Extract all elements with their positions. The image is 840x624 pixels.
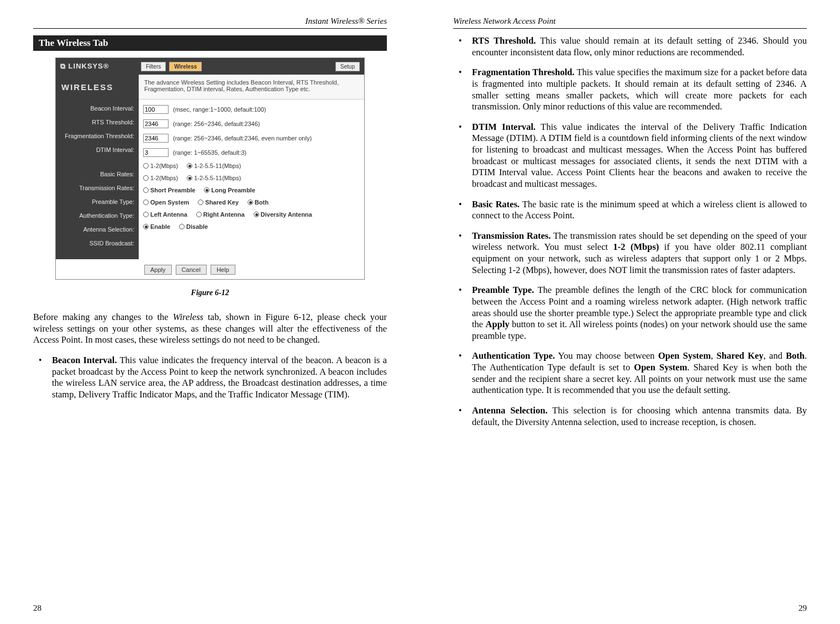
help-button[interactable]: Help xyxy=(211,265,235,275)
wireless-settings-screenshot: ⧉ LINKSYS® Filters Wireless Setup WIRELE… xyxy=(55,57,365,280)
cancel-button[interactable]: Cancel xyxy=(176,265,207,275)
beacon-hint: (msec, range:1~1000, default:100) xyxy=(173,106,266,113)
header-rule xyxy=(453,28,807,29)
beacon-input[interactable] xyxy=(143,105,169,114)
intro-paragraph: Before making any changes to the Wireles… xyxy=(33,312,387,346)
page-number-left: 28 xyxy=(33,604,387,613)
right-body-text: RTS Threshold. This value should remain … xyxy=(453,35,807,437)
tab-wireless[interactable]: Wireless xyxy=(169,62,202,71)
page-header-left: Instant Wireless® Series xyxy=(33,17,387,26)
bullet-frag: Fragmentation Threshold. This value spec… xyxy=(453,67,807,113)
label-preamble: Preamble Type: xyxy=(60,198,134,205)
preamble-short[interactable]: Short Preamble xyxy=(143,187,195,193)
label-basic: Basic Rates: xyxy=(60,171,134,177)
section-title: The Wireless Tab xyxy=(33,35,387,51)
header-rule xyxy=(33,28,387,29)
bullet-transmission-rates: Transmission Rates. The transmission rat… xyxy=(453,230,807,276)
apply-button[interactable]: Apply xyxy=(144,265,172,275)
trans-rate-1-2[interactable]: 1-2(Mbps) xyxy=(143,175,178,181)
setup-button[interactable]: Setup xyxy=(335,62,360,71)
linksys-logo: ⧉ LINKSYS® xyxy=(60,62,138,71)
ssid-enable[interactable]: Enable xyxy=(143,223,170,230)
ss-labels-col: Beacon Interval: RTS Threshold: Fragment… xyxy=(56,99,139,259)
ss-description: The advance Wireless Setting includes Be… xyxy=(139,75,364,99)
antenna-left[interactable]: Left Antenna xyxy=(143,211,187,218)
page-header-right: Wireless Network Access Point xyxy=(453,17,807,26)
ss-top-bar: ⧉ LINKSYS® Filters Wireless Setup xyxy=(56,58,364,75)
page-number-right: 29 xyxy=(453,604,807,613)
dtim-input[interactable] xyxy=(143,148,169,157)
rts-input[interactable] xyxy=(143,119,169,128)
label-auth: Authentication Type: xyxy=(60,212,134,219)
ss-fields-col: (msec, range:1~1000, default:100) (range… xyxy=(139,99,364,259)
bullet-beacon-interval: Beacon Interval. This value indicates th… xyxy=(33,355,387,401)
frag-input[interactable] xyxy=(143,134,169,143)
ss-button-row: Apply Cancel Help xyxy=(56,259,364,279)
figure-caption: Figure 6-12 xyxy=(33,289,387,297)
preamble-long[interactable]: Long Preamble xyxy=(204,187,255,193)
left-body-text: Before making any changes to the Wireles… xyxy=(33,312,387,409)
label-beacon: Beacon Interval: xyxy=(60,105,134,112)
page-right: Wireless Network Access Point RTS Thresh… xyxy=(420,0,840,624)
antenna-diversity[interactable]: Diversity Antenna xyxy=(254,211,312,218)
bullet-antenna-selection: Antenna Selection. This selection is for… xyxy=(453,405,807,428)
trans-rate-all[interactable]: 1-2-5.5-11(Mbps) xyxy=(187,175,241,181)
bullet-rts: RTS Threshold. This value should remain … xyxy=(453,35,807,58)
label-dtim: DTIM Interval: xyxy=(60,146,134,153)
rts-hint: (range: 256~2346, default:2346) xyxy=(173,120,260,127)
bullet-basic-rates: Basic Rates. The basic rate is the minim… xyxy=(453,199,807,222)
bullet-authentication-type: Authentication Type. You may choose betw… xyxy=(453,350,807,396)
frag-hint: (range: 256~2346, default:2346, even num… xyxy=(173,135,312,141)
basic-rate-1-2[interactable]: 1-2(Mbps) xyxy=(143,162,178,169)
label-frag: Fragmentation Threshold: xyxy=(60,133,134,139)
page-left: Instant Wireless® Series The Wireless Ta… xyxy=(0,0,420,624)
label-trans: Transmission Rates: xyxy=(60,185,134,191)
antenna-right[interactable]: Right Antenna xyxy=(196,211,245,218)
auth-open[interactable]: Open System xyxy=(143,199,189,206)
tab-filters[interactable]: Filters xyxy=(141,62,166,71)
label-ssid: SSID Broadcast: xyxy=(60,240,134,247)
sidebar-wireless-title: WIRELESS xyxy=(56,75,139,99)
label-rts: RTS Threshold: xyxy=(60,119,134,125)
ssid-disable[interactable]: Disable xyxy=(179,223,208,230)
auth-shared[interactable]: Shared Key xyxy=(198,199,239,206)
bullet-dtim: DTIM Interval. This value indicates the … xyxy=(453,122,807,190)
auth-both[interactable]: Both xyxy=(248,199,269,206)
dtim-hint: (range: 1~65535, default:3) xyxy=(173,149,246,156)
label-antenna: Antenna Selection: xyxy=(60,226,134,233)
basic-rate-all[interactable]: 1-2-5.5-11(Mbps) xyxy=(187,162,241,169)
bullet-preamble-type: Preamble Type. The preamble defines the … xyxy=(453,285,807,342)
